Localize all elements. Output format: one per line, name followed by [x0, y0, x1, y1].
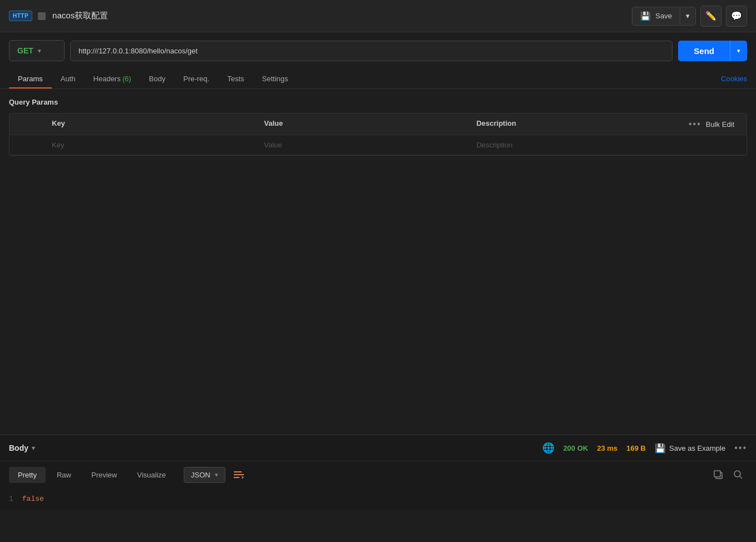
chevron-down-icon: ▾	[686, 12, 690, 20]
top-bar: HTTP nacos获取配置 💾 Save ▾ ✏️ 💬	[0, 0, 756, 32]
wrap-button[interactable]	[230, 466, 248, 484]
url-bar: GET ▾ Send ▾	[0, 32, 756, 69]
request-area: GET ▾ Send ▾ Params Auth Headers(6)	[0, 32, 756, 435]
save-btn-group: 💾 Save ▾	[632, 7, 696, 26]
request-tabs: Params Auth Headers(6) Body Pre-req. Tes…	[0, 69, 756, 89]
response-tabs-row: Pretty Raw Preview Visualize JSON ▾	[0, 461, 756, 488]
response-area: Body ▾ 🌐 200 OK 23 ms 169 B 💾 Save as Ex…	[0, 435, 756, 510]
response-header-bar: Body ▾ 🌐 200 OK 23 ms 169 B 💾 Save as Ex…	[0, 435, 756, 461]
cookies-link[interactable]: Cookies	[721, 75, 747, 83]
body-dropdown[interactable]: Body ▾	[9, 444, 35, 452]
params-empty-row: Key Value Description	[9, 135, 747, 155]
copy-icon	[713, 470, 723, 480]
save-example-button[interactable]: 💾 Save as Example	[655, 443, 725, 454]
key-placeholder[interactable]: Key	[43, 135, 255, 155]
value-placeholder[interactable]: Value	[255, 135, 467, 155]
method-select[interactable]: GET ▾	[9, 40, 65, 61]
resp-tab-raw[interactable]: Raw	[48, 467, 80, 483]
url-input[interactable]	[78, 47, 664, 55]
response-size: 169 B	[626, 444, 646, 452]
more-options-icon[interactable]: •••	[689, 119, 701, 129]
row-checkbox[interactable]	[9, 135, 43, 155]
save-label: Save	[655, 12, 672, 20]
tab-headers[interactable]: Headers(6)	[85, 69, 140, 88]
tab-tests[interactable]: Tests	[218, 69, 253, 88]
edit-icon-button[interactable]: ✏️	[700, 6, 721, 27]
key-header: Key	[43, 114, 255, 135]
resp-tab-pretty[interactable]: Pretty	[9, 467, 46, 483]
method-label: GET	[17, 46, 33, 55]
tab-params[interactable]: Params	[9, 69, 52, 88]
method-chevron-icon: ▾	[38, 47, 41, 55]
wrap-icon	[234, 471, 244, 479]
resp-tab-visualize[interactable]: Visualize	[128, 467, 175, 483]
comment-icon: 💬	[731, 11, 742, 21]
format-label: JSON	[191, 471, 210, 479]
save-dropdown-button[interactable]: ▾	[680, 8, 695, 24]
format-select[interactable]: JSON ▾	[184, 467, 225, 483]
svg-point-5	[734, 471, 740, 477]
code-area: 1false	[0, 488, 756, 510]
send-btn-group: Send ▾	[678, 41, 747, 61]
response-more-button[interactable]: •••	[734, 443, 747, 453]
params-header-row: Key Value Description ••• Bulk Edit	[9, 114, 747, 135]
stop-button[interactable]	[38, 12, 46, 20]
save-disk-icon: 💾	[640, 11, 651, 21]
tab-prereq[interactable]: Pre-req.	[174, 69, 218, 88]
right-icons	[709, 466, 747, 484]
url-input-wrap	[70, 41, 672, 61]
save-example-label: Save as Example	[669, 444, 725, 452]
comment-icon-button[interactable]: 💬	[726, 6, 747, 27]
format-chevron-icon: ▾	[215, 471, 218, 479]
tab-settings[interactable]: Settings	[253, 69, 297, 88]
pencil-icon: ✏️	[705, 11, 716, 21]
save-example-icon: 💾	[655, 443, 666, 454]
params-table: Key Value Description ••• Bulk Edit Key …	[9, 113, 747, 156]
send-button[interactable]: Send	[678, 41, 730, 61]
copy-button[interactable]	[709, 466, 727, 484]
resp-tab-preview[interactable]: Preview	[82, 467, 126, 483]
globe-icon[interactable]: 🌐	[542, 442, 554, 454]
value-header: Value	[255, 114, 467, 135]
checkbox-col	[9, 114, 43, 135]
send-dropdown-button[interactable]: ▾	[730, 41, 747, 61]
save-button[interactable]: 💾 Save	[632, 7, 680, 25]
response-time: 23 ms	[597, 444, 617, 452]
description-header: Description	[468, 114, 680, 135]
status-code: 200 OK	[563, 444, 588, 452]
bulk-edit-area: ••• Bulk Edit	[680, 114, 747, 135]
code-value: false	[22, 495, 44, 503]
send-chevron-icon: ▾	[737, 47, 740, 54]
search-icon	[733, 470, 743, 480]
tab-body[interactable]: Body	[140, 69, 175, 88]
http-badge: HTTP	[9, 11, 32, 21]
body-chevron-icon: ▾	[32, 445, 35, 452]
row-actions	[680, 135, 747, 155]
top-actions: 💾 Save ▾ ✏️ 💬	[632, 6, 747, 27]
response-tabs: Pretty Raw Preview Visualize JSON ▾	[9, 466, 709, 484]
bulk-edit-label[interactable]: Bulk Edit	[706, 120, 734, 129]
line-number: 1	[9, 495, 13, 503]
body-label-text: Body	[9, 444, 28, 452]
headers-badge: (6)	[122, 75, 131, 83]
tab-auth[interactable]: Auth	[52, 69, 85, 88]
query-params-title: Query Params	[9, 98, 747, 106]
description-placeholder[interactable]: Description	[468, 135, 680, 155]
request-name: nacos获取配置	[52, 11, 632, 21]
response-status-group: 🌐 200 OK 23 ms 169 B 💾 Save as Example •…	[542, 442, 747, 454]
svg-line-6	[740, 476, 742, 479]
search-button[interactable]	[729, 466, 747, 484]
svg-rect-4	[714, 471, 720, 477]
params-section: Query Params Key Value Description ••• B…	[0, 89, 756, 165]
